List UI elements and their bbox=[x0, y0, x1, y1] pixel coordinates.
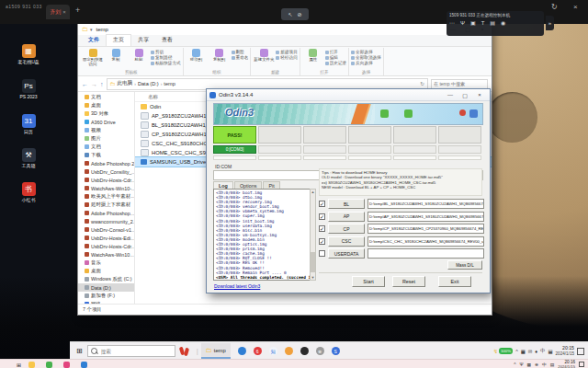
ribbon-button-新建文件夹[interactable]: 新建文件夹 bbox=[253, 48, 275, 63]
sidebar-item-音乐[interactable]: 音乐 bbox=[78, 259, 134, 267]
sidebar-item-wwancommunity_2...[interactable]: wwancommunity_2... bbox=[78, 217, 134, 225]
sidebar-item-UsbDrv_Consility_...[interactable]: UsbDrv_Consility_... bbox=[78, 167, 134, 176]
tray-mic-icon[interactable]: Ψ bbox=[519, 362, 523, 367]
sidebar-item-UsbDrv-Hosts-Cdr...[interactable]: UsbDrv-Hosts-Cdr... bbox=[78, 176, 134, 184]
taskbar-app-app-blue[interactable]: S bbox=[332, 347, 340, 355]
tray-mail-icon[interactable]: ✉ bbox=[528, 349, 533, 354]
ribbon-button-复制到[interactable]: 复制到 bbox=[209, 48, 231, 63]
ribbon-tab-主页[interactable]: 主页 bbox=[106, 34, 131, 46]
taskbar-app-app-pink[interactable] bbox=[63, 362, 70, 368]
sidebar-item-文档[interactable]: 文档 bbox=[78, 93, 134, 101]
ribbon-item-编辑[interactable]: 编辑 bbox=[325, 55, 346, 60]
ribbon-tab-共享[interactable]: 共享 bbox=[131, 35, 155, 46]
explorer-titlebar[interactable]: 🗀 ▾ temp — ▢ × bbox=[78, 23, 492, 35]
odin-log[interactable]: <ID:0/003> boot.img<ID:0/003> dtbo.img<I… bbox=[213, 189, 316, 281]
start-button[interactable]: Start bbox=[352, 276, 385, 287]
sidebar-item-3D 对象[interactable]: 3D 对象 bbox=[78, 109, 134, 118]
breadcrumb-segment[interactable]: Data (D:) bbox=[138, 81, 159, 86]
sidebar-item-桌面[interactable]: 桌面 bbox=[78, 267, 134, 275]
reset-button[interactable]: Reset bbox=[392, 276, 425, 287]
touch-keyboard-icon[interactable]: ▤ bbox=[548, 349, 552, 354]
bl-button[interactable]: BL bbox=[328, 199, 365, 209]
browser-tab[interactable]: 齐刘 × bbox=[46, 5, 70, 19]
scrollbar-thumb[interactable] bbox=[311, 252, 315, 272]
breadcrumb-segment[interactable]: temp bbox=[164, 81, 175, 86]
host-close-icon[interactable]: × bbox=[573, 3, 578, 11]
taskbar-app-file-explorer[interactable] bbox=[28, 362, 35, 368]
desktop-icon-app-2[interactable]: PsPS 2023 bbox=[13, 79, 44, 99]
block-icon[interactable]: ⊘ bbox=[298, 11, 302, 17]
sidebar-item-A360 Drive[interactable]: A360 Drive bbox=[78, 118, 134, 126]
sidebar-item-Data (D:)[interactable]: Data (D:) bbox=[78, 283, 134, 292]
sidebar-item-Adobe Photoshop 2...[interactable]: Adobe Photoshop 2... bbox=[78, 159, 134, 167]
cp-file-field[interactable]: D:\temp\CP_S9180ZCU2AWH1_CP25370960_MQB6… bbox=[368, 224, 484, 234]
ribbon-item-全部选择[interactable]: 全部选择 bbox=[351, 50, 381, 54]
ribbon-button-粘贴[interactable]: 粘贴 bbox=[128, 48, 150, 63]
checkbox-CSC[interactable]: ✓ bbox=[319, 238, 325, 245]
sidebar-item-WatchAws-Win10...[interactable]: WatchAws-Win10... bbox=[78, 250, 134, 259]
checkbox-AP[interactable]: ✓ bbox=[319, 213, 325, 220]
sidebar-item-UsbDrv-Consol-v1...[interactable]: UsbDrv-Consol-v1... bbox=[78, 225, 134, 234]
ribbon-item-全部取消选择[interactable]: 全部取消选择 bbox=[351, 55, 381, 60]
ribbon-item-新建项目[interactable]: 新建项目 bbox=[276, 50, 297, 54]
text-icon[interactable]: T bbox=[481, 20, 485, 27]
odin-titlebar[interactable]: Odin3 v3.14.4 — ▢ × bbox=[207, 89, 490, 101]
sidebar-item-WatchAws-Win10-...[interactable]: WatchAws-Win10-... bbox=[78, 184, 134, 192]
download-latest-link[interactable]: Download latest Odin3 bbox=[214, 283, 260, 289]
taskbar-app-app-gray[interactable]: ⊗ bbox=[316, 347, 324, 355]
ribbon-button-属性[interactable]: 属性 bbox=[302, 48, 324, 63]
host-clock[interactable]: 20:16 2024/1/15 bbox=[558, 360, 575, 368]
taskbar-app-app-orange[interactable] bbox=[285, 347, 293, 355]
exit-button[interactable]: Exit bbox=[438, 276, 471, 287]
ribbon-item-删除[interactable]: 删除 bbox=[232, 50, 249, 54]
ribbon-item-轻松访问[interactable]: 轻松访问 bbox=[276, 55, 297, 60]
record-icon[interactable]: ◉ bbox=[501, 20, 505, 27]
odin-maximize-button[interactable]: ▢ bbox=[458, 92, 472, 98]
breadcrumb-segment[interactable]: 此电脑 bbox=[118, 80, 133, 87]
userdata-file-field[interactable] bbox=[368, 248, 484, 259]
sidebar-item-新加卷 (F:)[interactable]: 新加卷 (F:) bbox=[78, 292, 134, 300]
quick-access-toolbar[interactable]: ▾ bbox=[90, 27, 93, 32]
ribbon-item-打开[interactable]: 打开 bbox=[325, 50, 346, 54]
bl-file-field[interactable]: D:\temp\BL_S9180ZCU2AWH1_S9180ZCU2AWH1_M… bbox=[368, 199, 484, 209]
userdata-button[interactable]: USERDATA bbox=[328, 248, 365, 259]
desktop-icon-app-1[interactable]: ▦老毛桃U盘 bbox=[13, 44, 44, 64]
taskbar-explorer-temp-button[interactable]: 🗀 temp bbox=[201, 343, 231, 359]
sidebar-item-桌面[interactable]: 桌面 bbox=[78, 101, 134, 109]
desktop-icon-app-5[interactable]: 书小红书 bbox=[13, 182, 44, 202]
ribbon-tab-查看[interactable]: 查看 bbox=[155, 35, 179, 46]
sidebar-item-欧美风上半年素材...[interactable]: 欧美风上半年素材... bbox=[78, 192, 134, 201]
action-center-icon[interactable] bbox=[577, 348, 584, 355]
odin-close-button[interactable]: × bbox=[472, 92, 487, 98]
sidebar-item-UsbDrv-Hosts-Edi...[interactable]: UsbDrv-Hosts-Edi... bbox=[78, 234, 134, 242]
tray-chevron-icon[interactable]: ^ bbox=[515, 349, 518, 354]
start-button-remote[interactable]: ⊞ bbox=[76, 347, 83, 355]
checkbox-USERDATA[interactable] bbox=[319, 250, 325, 257]
ap-button[interactable]: AP bbox=[328, 212, 365, 222]
tray-chevron-icon[interactable]: ^ bbox=[514, 362, 515, 367]
mic-icon[interactable]: Ψ bbox=[460, 20, 465, 27]
tray-network-icon[interactable]: ⊕ bbox=[535, 362, 538, 367]
taskbar-app-app-red[interactable]: 6 bbox=[254, 347, 262, 355]
ribbon-item-复制路径[interactable]: 复制路径 bbox=[151, 55, 181, 60]
back-button[interactable]: ← bbox=[82, 81, 88, 87]
sidebar-item-下载[interactable]: 下载 bbox=[78, 151, 134, 159]
widgets-weather-icon[interactable] bbox=[178, 346, 191, 357]
sidebar-item-视频[interactable]: 视频 bbox=[78, 126, 134, 134]
desktop-icon-app-4[interactable]: ⚒工具箱 bbox=[13, 148, 44, 168]
tray-grid-icon[interactable]: ▦ bbox=[521, 349, 526, 354]
sidebar-item-Adobe Photoshop...[interactable]: Adobe Photoshop... bbox=[78, 209, 134, 217]
remote-clock[interactable]: 20:15 2024/1/15 bbox=[556, 346, 574, 356]
search-input[interactable] bbox=[431, 79, 488, 89]
new-tab-button[interactable]: + bbox=[75, 6, 80, 15]
checkbox-BL[interactable]: ✓ bbox=[319, 201, 325, 207]
up-button[interactable]: ↑ bbox=[100, 81, 104, 87]
ribbon-button-固定到快速访问[interactable]: 固定到快速访问 bbox=[82, 48, 104, 67]
folder-icon[interactable]: ▤ bbox=[490, 20, 495, 27]
taskbar-search-box[interactable] bbox=[87, 345, 175, 357]
ribbon-item-历史记录[interactable]: 历史记录 bbox=[325, 61, 346, 65]
log-scrollbar[interactable]: ▲▼ bbox=[310, 189, 316, 281]
quick-action-pill[interactable]: ↖ ⊘ bbox=[281, 8, 309, 20]
sidebar-item-UsbDrv-Hosts-Cdr...[interactable]: UsbDrv-Hosts-Cdr... bbox=[78, 242, 134, 250]
taskbar-search-input[interactable] bbox=[99, 348, 167, 355]
